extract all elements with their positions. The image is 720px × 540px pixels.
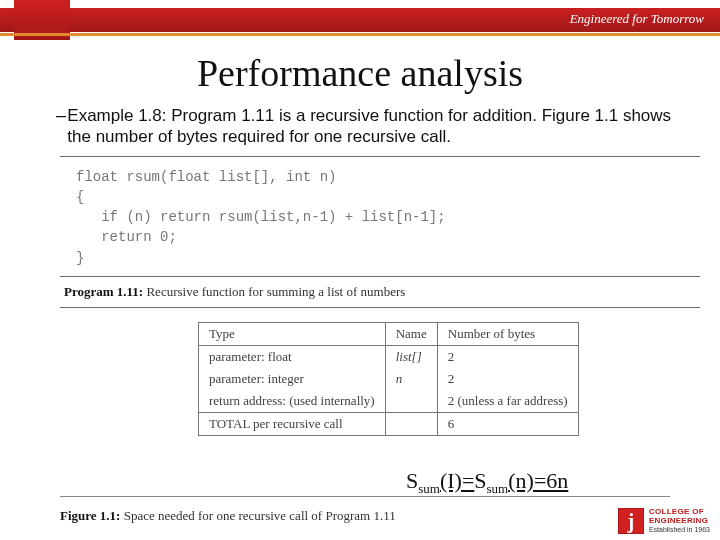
bullet-text: Example 1.8: Program 1.11 is a recursive… (67, 105, 690, 148)
program-figure: float rsum(float list[], int n) { if (n)… (60, 156, 700, 436)
figure-caption: Figure 1.1: Space needed for one recursi… (60, 508, 396, 524)
figure-caption-num: Figure 1.1: (60, 508, 120, 523)
th-type: Type (199, 322, 386, 345)
bullet-item: – Example 1.8: Program 1.11 is a recursi… (56, 105, 690, 148)
slide-title: Performance analysis (30, 51, 690, 95)
slide-content: Performance analysis – Example 1.8: Prog… (0, 45, 720, 436)
bytes-table: Type Name Number of bytes parameter: flo… (198, 322, 579, 436)
table-row: return address: (used internally) 2 (unl… (199, 390, 579, 413)
table-row: parameter: integer n 2 (199, 368, 579, 390)
logo-line2: ENGINEERING (649, 517, 710, 526)
th-bytes: Number of bytes (437, 322, 578, 345)
logo-icon: j (618, 508, 644, 534)
code-block: float rsum(float list[], int n) { if (n)… (60, 157, 700, 276)
bytes-table-wrap: Type Name Number of bytes parameter: flo… (198, 322, 700, 436)
th-name: Name (385, 322, 437, 345)
program-caption-num: Program 1.11: (64, 284, 143, 299)
figure-caption-text: Space needed for one recursive call of P… (120, 508, 395, 523)
figure-rule (60, 496, 670, 497)
program-caption-text: Recursive function for summing a list of… (143, 284, 405, 299)
footer-logo: j COLLEGE OF ENGINEERING Established in … (618, 508, 710, 534)
space-formula: Ssum(I)=Ssum(n)=6n (406, 468, 568, 497)
logo-line3: Established in 1963 (649, 526, 710, 534)
table-row-total: TOTAL per recursive call 6 (199, 412, 579, 435)
table-row: parameter: float list[] 2 (199, 345, 579, 368)
rule-bottom (60, 307, 700, 308)
table-header-row: Type Name Number of bytes (199, 322, 579, 345)
tagline-text: Engineered for Tomorrow (570, 11, 704, 27)
bullet-dash: – (56, 105, 67, 126)
header-divider (0, 33, 720, 36)
program-caption: Program 1.11: Recursive function for sum… (60, 277, 700, 307)
logo-text: COLLEGE OF ENGINEERING Established in 19… (649, 508, 710, 533)
